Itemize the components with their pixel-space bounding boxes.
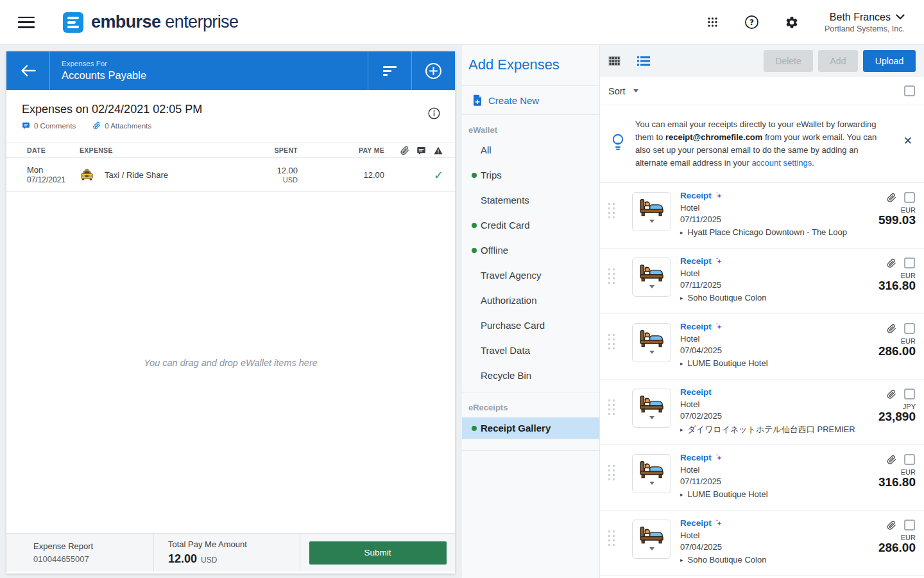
paperclip-icon: [886, 455, 896, 465]
receipt-list-item[interactable]: Receipt Hotel 07/02/2025 ▸ダイワロイネットホテル仙台西…: [600, 380, 924, 445]
receipt-thumbnail[interactable]: [632, 323, 671, 362]
user-menu[interactable]: Beth Frances Portland Systems, Inc.: [825, 12, 905, 33]
thumbnail-caret-icon[interactable]: [649, 285, 654, 288]
drag-handle[interactable]: [608, 465, 615, 480]
settings-gear-icon[interactable]: [785, 15, 799, 30]
sidebar-item-authorization[interactable]: Authorization: [462, 288, 599, 313]
receipt-checkbox[interactable]: [904, 520, 915, 530]
sparkle-icon: [715, 191, 723, 200]
receipt-checkbox[interactable]: [904, 192, 915, 203]
expense-row[interactable]: Mon 07/12/2021 Taxi / Ride Share 12.00 U…: [6, 158, 455, 192]
ereceipts-heading: eReceipts: [462, 392, 599, 415]
lightbulb-icon: [611, 133, 625, 151]
col-header-expense: EXPENSE: [80, 146, 227, 154]
receipt-list-item[interactable]: Receipt Hotel 07/11/2025 ▸Soho Boutique …: [600, 249, 924, 314]
expand-triangle-icon[interactable]: ▸: [680, 360, 683, 367]
caret-down-icon[interactable]: [633, 89, 638, 92]
sidebar-item-statements[interactable]: Statements: [462, 188, 599, 213]
back-button[interactable]: [6, 51, 50, 90]
sidebar-item-all[interactable]: All: [462, 137, 599, 162]
expense-table: DATE EXPENSE SPENT PAY ME Mon 07/12/2021…: [6, 143, 455, 192]
app-header: emburseenterprise ? Beth Frances Portlan…: [0, 0, 924, 45]
receipt-thumbnail[interactable]: [632, 520, 671, 559]
sidebar-item-credit-card[interactable]: Credit Card: [462, 213, 599, 238]
comments-meta[interactable]: 0 Comments: [22, 121, 76, 130]
receipt-thumbnail[interactable]: [632, 258, 671, 297]
ewallet-dropzone[interactable]: You can drag and drop eWallet items here: [6, 192, 455, 533]
drag-handle[interactable]: [608, 334, 615, 349]
receipt-thumbnail[interactable]: [632, 454, 671, 493]
receipt-details: Receipt Hotel 07/11/2025 ▸Hyatt Place Ch…: [680, 191, 847, 237]
ewallet-heading: eWallet: [462, 115, 599, 137]
drag-handle[interactable]: [608, 268, 615, 284]
plus-circle-icon: [425, 62, 442, 80]
receipt-thumbnail[interactable]: [632, 192, 671, 231]
sidebar-item-purchase-card[interactable]: Purchase Card: [462, 313, 599, 338]
sidebar-item-offline[interactable]: Offline: [462, 238, 599, 263]
expand-triangle-icon[interactable]: ▸: [680, 426, 683, 433]
receipt-type-label: Receipt: [680, 518, 712, 528]
thumbnail-caret-icon[interactable]: [649, 482, 654, 485]
sidebar-item-travel-agency[interactable]: Travel Agency: [462, 263, 599, 288]
app-launcher-icon[interactable]: [706, 16, 719, 28]
receipt-checkbox[interactable]: [904, 454, 915, 465]
sort-dropdown[interactable]: Sort: [608, 86, 626, 96]
thumbnail-caret-icon[interactable]: [649, 416, 654, 419]
receipt-thumbnail[interactable]: [632, 389, 671, 428]
delete-button[interactable]: Delete: [764, 50, 813, 72]
sidebar-item-trips[interactable]: Trips: [462, 162, 599, 188]
total-currency: USD: [201, 556, 217, 565]
receipt-date: 07/11/2025: [680, 215, 847, 224]
receipt-checkbox[interactable]: [904, 258, 915, 268]
receipt-list-item[interactable]: Receipt Hotel 07/11/2025 ▸LUME Boutique …: [600, 445, 924, 511]
thumbnail-caret-icon[interactable]: [649, 547, 654, 550]
hamburger-menu-icon[interactable]: [18, 17, 35, 28]
sidebar-item-receipt-gallery[interactable]: Receipt Gallery: [462, 417, 599, 439]
info-icon[interactable]: [427, 107, 441, 122]
add-expense-button[interactable]: [411, 51, 455, 90]
select-all-checkbox[interactable]: [904, 85, 915, 96]
thumbnail-caret-icon[interactable]: [649, 351, 654, 354]
expand-triangle-icon[interactable]: ▸: [680, 557, 683, 563]
ewallet-item-label: Purchase Card: [481, 320, 545, 331]
receipt-amount: 286.00: [878, 541, 916, 555]
drag-handle[interactable]: [608, 399, 615, 415]
tip-email: receipt@chromefile.com: [665, 132, 762, 142]
account-settings-link[interactable]: account settings: [751, 158, 812, 168]
upload-button[interactable]: Upload: [863, 50, 916, 72]
receipt-list-item[interactable]: Receipt Hotel 07/04/2025 ▸Soho Boutique …: [600, 511, 924, 576]
help-icon[interactable]: ?: [744, 15, 759, 30]
thumbnail-caret-icon[interactable]: [649, 220, 654, 223]
comment-icon: [416, 146, 426, 155]
receipt-gallery-panel: Delete Add Upload Sort You can email you…: [600, 45, 924, 578]
ewallet-list: All Trips Statements Credit Card Offline…: [462, 137, 599, 388]
receipt-list-item[interactable]: Receipt Hotel 07/04/2025 ▸LUME Boutique …: [600, 314, 924, 380]
sort-expenses-button[interactable]: [368, 51, 411, 90]
approved-check-icon: ✓: [434, 168, 443, 182]
expand-triangle-icon[interactable]: ▸: [680, 295, 683, 301]
receipt-list-item[interactable]: Receipt Hotel 07/11/2025 ▸Hyatt Place Ch…: [600, 183, 924, 249]
receipt-checkbox[interactable]: [904, 323, 915, 334]
add-expenses-title: Add Expenses: [462, 45, 599, 86]
attachments-meta[interactable]: 0 Attachments: [92, 121, 151, 130]
create-new-button[interactable]: Create New: [462, 86, 599, 115]
col-header-payme: PAY ME: [298, 146, 384, 154]
list-view-icon[interactable]: [637, 56, 650, 66]
create-new-doc-icon: [472, 94, 483, 106]
expand-triangle-icon[interactable]: ▸: [680, 229, 683, 236]
report-footer: Expense Report 010044655007 Total Pay Me…: [6, 533, 455, 572]
expense-table-header: DATE EXPENSE SPENT PAY ME: [6, 143, 455, 158]
receipt-merchant: Hyatt Place Chicago Downtown - The Loop: [688, 227, 847, 237]
receipt-checkbox[interactable]: [904, 389, 915, 399]
close-icon[interactable]: ✕: [903, 134, 912, 147]
drag-handle[interactable]: [608, 530, 615, 546]
grid-view-icon[interactable]: [608, 56, 620, 66]
sidebar-item-recycle-bin[interactable]: Recycle Bin: [462, 363, 599, 388]
add-button[interactable]: Add: [818, 50, 858, 72]
submit-button[interactable]: Submit: [309, 541, 447, 565]
sidebar-item-travel-data[interactable]: Travel Data: [462, 338, 599, 363]
gallery-toolbar: Delete Add Upload: [600, 45, 924, 77]
receipt-type-label: Receipt: [680, 453, 712, 462]
drag-handle[interactable]: [608, 203, 615, 218]
expand-triangle-icon[interactable]: ▸: [680, 491, 683, 498]
